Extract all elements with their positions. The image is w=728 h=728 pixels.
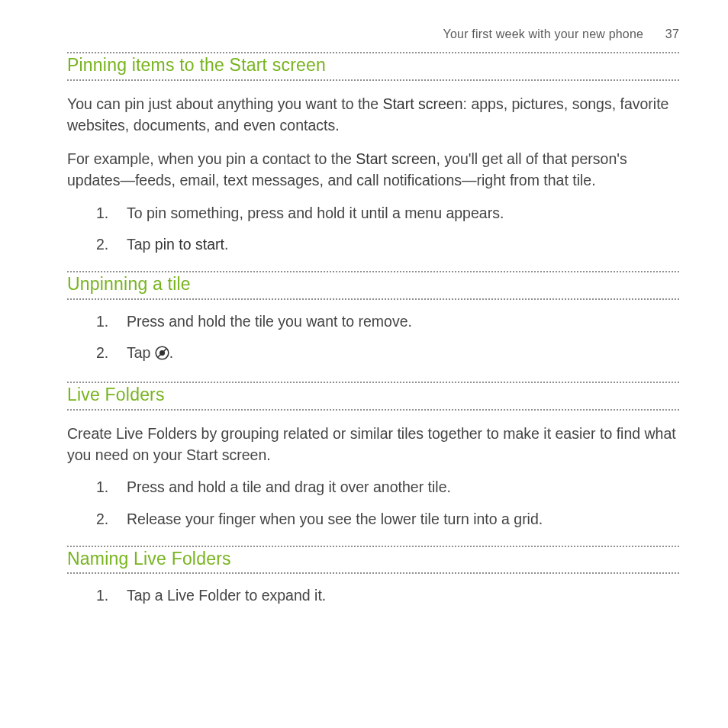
section-heading-pinning: Pinning items to the Start screen bbox=[67, 53, 679, 79]
steps-list: Press and hold the tile you want to remo… bbox=[67, 311, 679, 367]
paragraph: For example, when you pin a contact to t… bbox=[67, 148, 679, 192]
rule bbox=[67, 409, 679, 411]
step-item: Tap a Live Folder to expand it. bbox=[67, 585, 679, 607]
paragraph: You can pin just about anything you want… bbox=[67, 93, 679, 137]
step-text: Press and hold a tile and drag it over a… bbox=[127, 478, 451, 495]
rule bbox=[67, 79, 679, 81]
page-number: 37 bbox=[665, 27, 679, 41]
section-heading-unpinning: Unpinning a tile bbox=[67, 272, 679, 298]
text: Create Live Folders by grouping related … bbox=[67, 425, 676, 463]
rule bbox=[67, 298, 679, 300]
step-item: Release your finger when you see the low… bbox=[67, 508, 679, 530]
steps-list: Tap a Live Folder to expand it. bbox=[67, 585, 679, 607]
text: You can pin just about anything you want… bbox=[67, 95, 382, 112]
section: Unpinning a tile Press and hold the tile… bbox=[67, 271, 679, 366]
step-item: Press and hold a tile and drag it over a… bbox=[67, 476, 679, 498]
step-text: Tap a Live Folder to expand it. bbox=[127, 587, 326, 604]
paragraph: Create Live Folders by grouping related … bbox=[67, 423, 679, 466]
svg-line-2 bbox=[158, 349, 166, 357]
step-text: To pin something, press and hold it unti… bbox=[127, 205, 504, 221]
rule bbox=[67, 572, 679, 574]
section: Naming Live Folders Tap a Live Folder to… bbox=[67, 546, 679, 607]
step-text: . bbox=[224, 236, 228, 253]
header-title: Your first week with your new phone bbox=[443, 27, 644, 40]
step-text: Tap bbox=[127, 236, 155, 253]
step-item: Tap . bbox=[67, 342, 679, 366]
text: For example, when you pin a contact to t… bbox=[67, 150, 356, 167]
steps-list: Press and hold a tile and drag it over a… bbox=[67, 476, 679, 530]
unpin-icon bbox=[155, 344, 169, 366]
bold-text: Start screen bbox=[356, 150, 436, 167]
section-heading-naming-live-folders: Naming Live Folders bbox=[67, 547, 679, 573]
bold-text: pin to start bbox=[155, 236, 224, 253]
step-item: Press and hold the tile you want to remo… bbox=[67, 311, 679, 333]
steps-list: To pin something, press and hold it unti… bbox=[67, 202, 679, 256]
step-text: . bbox=[169, 344, 173, 361]
section-heading-live-folders: Live Folders bbox=[67, 383, 679, 409]
step-text: Press and hold the tile you want to remo… bbox=[127, 313, 412, 330]
step-item: To pin something, press and hold it unti… bbox=[67, 202, 679, 224]
page: Your first week with your new phone 37 P… bbox=[0, 0, 728, 728]
section: Live Folders Create Live Folders by grou… bbox=[67, 382, 679, 530]
step-text: Tap bbox=[127, 344, 155, 361]
bold-text: Start screen bbox=[382, 95, 462, 112]
step-text: Release your finger when you see the low… bbox=[127, 511, 543, 527]
page-header: Your first week with your new phone 37 bbox=[67, 27, 679, 41]
step-item: Tap pin to start. bbox=[67, 234, 679, 256]
